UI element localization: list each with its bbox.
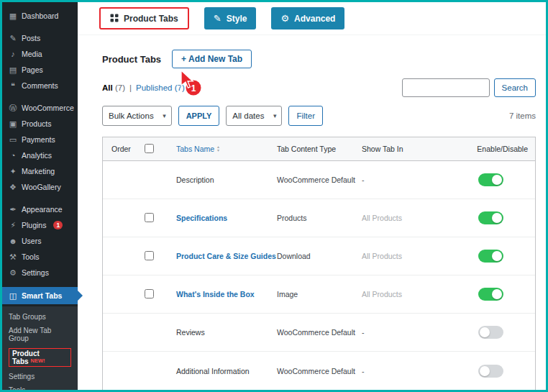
sidebar-item-products[interactable]: ▣Products: [2, 116, 78, 132]
submenu-item-product-tabs[interactable]: Product TabsNEW!: [2, 345, 78, 370]
toggle-knob: [492, 213, 502, 223]
products-icon: ▣: [9, 119, 17, 129]
table-row: ReviewsWooCommerce Default-: [103, 314, 535, 352]
toggle-knob: [480, 327, 490, 337]
table-header: Order Tabs Name ▴▾ Tab Content Type Show…: [103, 137, 535, 161]
appearance-icon: ✒: [9, 205, 17, 214]
tab-style[interactable]: ✎ Style: [204, 7, 257, 29]
filter-button[interactable]: Filter: [288, 106, 323, 126]
app-window: ▦Dashboard✎Posts♪Media▤Pages❝CommentsⓌWo…: [0, 0, 548, 392]
sidebar-item-pages[interactable]: ▤Pages: [2, 62, 78, 78]
sidebar-item-label: Comments: [22, 81, 58, 90]
tab-content-type: WooCommerce Default: [277, 328, 362, 337]
apply-button[interactable]: APPLY: [178, 106, 220, 126]
tab-name[interactable]: Specifications: [176, 214, 277, 222]
tab-name[interactable]: What's Inside the Box: [176, 290, 277, 298]
column-show-tab-in: Show Tab In: [362, 145, 449, 153]
all-dates-select[interactable]: All dates ▾: [226, 106, 282, 126]
checkbox-cell: [145, 289, 176, 300]
row-checkbox[interactable]: [145, 289, 154, 298]
enable-disable-toggle[interactable]: [478, 326, 503, 339]
views-row: All (7) | Published (7) Search: [102, 78, 536, 97]
update-count-badge: 1: [53, 221, 63, 229]
sidebar-item-settings[interactable]: ⚙Settings: [2, 265, 78, 281]
submenu-item-add-new-tab-group[interactable]: Add New Tab Group: [2, 324, 78, 345]
toggle-cell: [449, 326, 535, 339]
column-enable-disable: Enable/Disable: [449, 145, 535, 153]
tab-product-tabs[interactable]: Product Tabs: [99, 7, 189, 29]
tab-content-type: Image: [277, 290, 362, 298]
sidebar-item-tools[interactable]: ⚒Tools: [2, 249, 78, 265]
bulk-actions-select[interactable]: Bulk Actions ▾: [102, 106, 172, 126]
sidebar-item-appearance[interactable]: ✒Appearance: [2, 201, 78, 217]
enable-disable-toggle[interactable]: [478, 211, 503, 224]
tab-style-label: Style: [227, 14, 247, 24]
sidebar-item-posts[interactable]: ✎Posts: [2, 30, 78, 46]
media-icon: ♪: [9, 50, 17, 58]
active-item-arrow: [78, 291, 83, 301]
tab-name[interactable]: Product Care & Size Guides: [176, 252, 277, 260]
sidebar-item-woogallery[interactable]: ❖WooGallery: [2, 179, 78, 195]
bulk-filter-controls: Bulk Actions ▾ APPLY All dates ▾ Filter: [102, 106, 323, 126]
sidebar-item-label: WooCommerce: [22, 104, 74, 112]
sidebar-menu: ▦Dashboard✎Posts♪Media▤Pages❝CommentsⓌWo…: [2, 8, 78, 304]
table-row: Product Care & Size GuidesDownloadAll Pr…: [103, 237, 535, 275]
row-checkbox[interactable]: [145, 213, 154, 222]
view-all[interactable]: All (7): [102, 83, 125, 92]
sidebar-item-label: Posts: [22, 34, 40, 42]
smart-tabs-submenu: Tab GroupsAdd New Tab GroupProduct TabsN…: [2, 306, 78, 392]
sidebar-item-users[interactable]: ☻Users: [2, 233, 78, 249]
tab-content-type: Products: [277, 214, 362, 222]
gear-icon: ⚙: [280, 14, 289, 23]
sidebar-item-label: WooGallery: [22, 183, 61, 191]
add-new-tab-button[interactable]: + Add New Tab: [172, 50, 252, 68]
submenu-item-label: Tab Groups: [9, 313, 46, 321]
row-checkbox[interactable]: [145, 251, 154, 260]
table-row: SpecificationsProductsAll Products: [103, 199, 535, 237]
submenu-item-settings[interactable]: Settings: [2, 370, 78, 383]
search-button[interactable]: Search: [494, 78, 536, 97]
sidebar-item-comments[interactable]: ❝Comments: [2, 78, 78, 94]
marketing-icon: ✦: [9, 167, 17, 176]
toggle-knob: [480, 366, 490, 376]
sidebar-item-smart-tabs[interactable]: ◫Smart Tabs: [2, 287, 78, 304]
plugin-tabs-bar: Product Tabs ✎ Style ⚙ Advanced: [78, 2, 546, 35]
tab-advanced-label: Advanced: [294, 14, 335, 24]
table-body: DescriptionWooCommerce Default-Specifica…: [103, 161, 535, 390]
tab-name: Description: [176, 176, 277, 184]
analytics-icon: ◔: [9, 151, 17, 160]
view-published[interactable]: Published (7): [136, 83, 185, 92]
search-area: Search: [402, 78, 536, 97]
submenu-item-tab-groups[interactable]: Tab Groups: [2, 310, 78, 324]
view-separator: |: [129, 83, 132, 92]
sidebar-item-label: Settings: [22, 268, 49, 277]
enable-disable-toggle[interactable]: [478, 173, 503, 186]
enable-disable-toggle[interactable]: [478, 365, 503, 378]
sidebar-item-media[interactable]: ♪Media: [2, 46, 78, 62]
plugins-icon: ⚡: [9, 221, 17, 230]
sidebar-item-woocommerce[interactable]: ⓌWooCommerce: [2, 100, 78, 116]
select-all-checkbox[interactable]: [145, 144, 154, 153]
enable-disable-toggle[interactable]: [478, 288, 503, 301]
column-tabs-name[interactable]: Tabs Name ▴▾: [176, 145, 277, 153]
toggle-knob: [492, 289, 502, 299]
sidebar-item-marketing[interactable]: ✦Marketing: [2, 163, 78, 179]
toggle-cell: [449, 365, 535, 378]
select-all-cell: [145, 144, 176, 155]
sidebar-item-plugins[interactable]: ⚡Plugins1: [2, 217, 78, 233]
sidebar-item-label: Users: [22, 237, 41, 245]
tab-content-type: Download: [277, 252, 362, 260]
sidebar-item-analytics[interactable]: ◔Analytics: [2, 147, 78, 163]
enable-disable-toggle[interactable]: [478, 250, 503, 263]
checkbox-cell: [145, 251, 176, 262]
search-input[interactable]: [402, 78, 490, 97]
submenu-item-tools[interactable]: Tools: [2, 383, 78, 392]
sidebar-item-dashboard[interactable]: ▦Dashboard: [2, 8, 78, 24]
highlighted-label-box: Product TabsNEW!: [9, 348, 71, 367]
table-row: What's Inside the BoxImageAll Products: [103, 275, 535, 314]
column-order: Order: [111, 145, 145, 153]
woocommerce-icon: Ⓦ: [9, 103, 17, 114]
sidebar-item-payments[interactable]: ▭Payments: [2, 132, 78, 147]
tab-advanced[interactable]: ⚙ Advanced: [271, 7, 344, 29]
show-tab-in: All Products: [362, 290, 449, 298]
